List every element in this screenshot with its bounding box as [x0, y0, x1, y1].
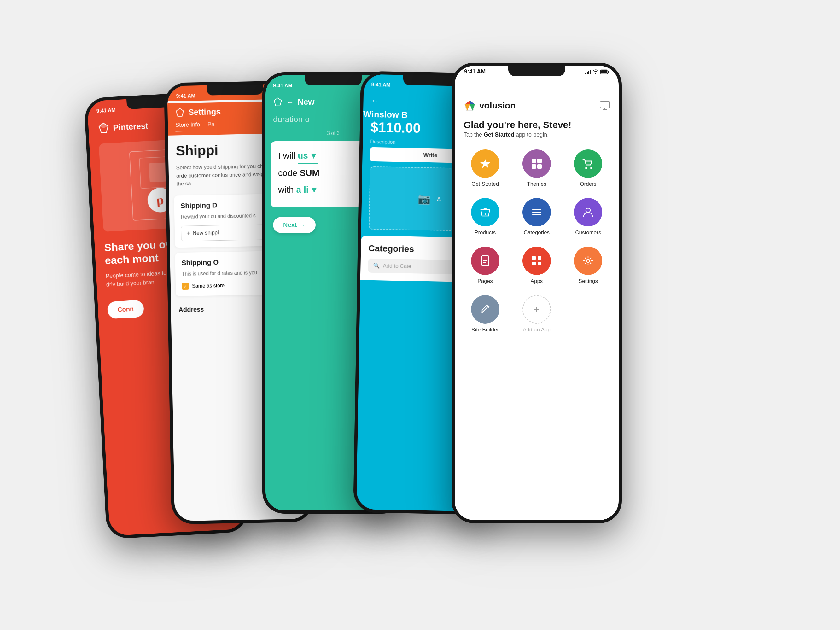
tab-store-info[interactable]: Store Info: [175, 122, 200, 131]
back-button[interactable]: ←: [371, 96, 378, 105]
status-icons: [585, 69, 609, 74]
app-item-pages[interactable]: Pages: [461, 243, 509, 288]
next-button[interactable]: Next →: [273, 217, 316, 233]
app-item-categories[interactable]: Categories: [512, 194, 561, 240]
customers-label: Customers: [575, 229, 601, 236]
camera-icon: 📷: [418, 193, 431, 205]
svg-rect-18: [532, 164, 536, 169]
svg-marker-9: [470, 104, 475, 111]
search-icon: 🔍: [373, 262, 380, 269]
svg-marker-1: [99, 123, 108, 128]
svg-rect-34: [532, 256, 536, 260]
svg-marker-15: [480, 159, 490, 168]
app-item-settings[interactable]: Settings: [564, 243, 613, 288]
volusion-logo: volusion: [464, 99, 516, 112]
tab-payments[interactable]: Pa: [207, 121, 215, 131]
gem-icon: [98, 122, 110, 134]
svg-point-21: [590, 167, 592, 169]
get-started-link[interactable]: Get Started: [484, 131, 514, 138]
svg-rect-12: [600, 101, 609, 108]
battery-icon: [600, 69, 609, 74]
app-item-customers[interactable]: Customers: [564, 194, 613, 240]
themes-icon: [523, 150, 551, 178]
app-item-products[interactable]: Products: [461, 194, 509, 240]
monitor-icon[interactable]: [600, 101, 610, 110]
apps-icon: [523, 246, 551, 275]
add-image-text: A: [437, 196, 441, 203]
signal-icon: [585, 69, 591, 74]
back-button[interactable]: ←: [286, 98, 294, 107]
svg-point-20: [585, 167, 587, 169]
site-builder-icon: [471, 295, 499, 324]
phone-notch: [207, 85, 264, 96]
svg-point-28: [532, 214, 534, 215]
volusion-gem-icon: [464, 99, 476, 112]
pinterest-connect-button[interactable]: Conn: [107, 300, 144, 319]
svg-point-26: [532, 209, 534, 210]
coupon-dropdown-2[interactable]: a li ▼: [297, 183, 319, 198]
svg-rect-36: [532, 262, 536, 265]
add-app-icon: +: [523, 295, 551, 324]
svg-rect-35: [538, 256, 542, 260]
pages-icon: [471, 246, 499, 275]
svg-point-29: [586, 208, 590, 213]
svg-rect-16: [532, 159, 536, 163]
orders-label: Orders: [580, 181, 596, 187]
wifi-icon: [592, 69, 599, 74]
orders-icon: [574, 150, 602, 178]
svg-marker-2: [176, 108, 184, 116]
app-item-get-started[interactable]: Get Started: [461, 146, 509, 191]
status-time: 9:41 AM: [464, 68, 486, 75]
phone-notch: [403, 75, 460, 86]
themes-label: Themes: [527, 181, 546, 187]
svg-rect-37: [538, 262, 542, 265]
volusion-header: volusion: [455, 94, 619, 117]
app-item-add-app[interactable]: + Add an App: [512, 291, 561, 337]
volusion-brand-text: volusion: [479, 101, 516, 111]
main-scene: 9:41 AM ●●● Pinterest: [73, 47, 767, 583]
apps-label: Apps: [531, 278, 543, 284]
coupon-title: New: [298, 97, 314, 107]
site-builder-label: Site Builder: [471, 327, 499, 333]
checkbox-checked[interactable]: ✓: [182, 283, 189, 289]
gem-icon: [273, 98, 283, 107]
status-time: 9:41 AM: [371, 82, 390, 88]
volusion-status-bar: 9:41 AM: [455, 68, 619, 75]
status-time: 9:41 AM: [176, 93, 195, 99]
svg-point-27: [532, 212, 534, 213]
pages-label: Pages: [478, 278, 493, 284]
phone-volusion: 9:41 AM: [455, 66, 619, 520]
svg-rect-17: [537, 159, 542, 163]
pinterest-app-title: Pinterest: [113, 121, 148, 133]
customers-icon: [574, 198, 602, 226]
svg-rect-19: [537, 164, 542, 169]
volusion-subtitle: Tap the Get Started app to begin.: [455, 131, 619, 146]
app-item-site-builder[interactable]: Site Builder: [461, 291, 509, 337]
app-item-orders[interactable]: Orders: [564, 146, 613, 191]
categories-icon: [523, 198, 551, 226]
get-started-icon: [471, 150, 499, 178]
status-time: 9:41 AM: [273, 83, 292, 88]
status-time: 9:41 AM: [96, 107, 116, 114]
app-item-apps[interactable]: Apps: [512, 243, 561, 288]
apps-grid: Get Started Themes: [455, 146, 619, 337]
svg-rect-5: [608, 71, 609, 73]
add-app-plus: +: [534, 304, 540, 315]
shipping-header-title: Settings: [188, 107, 221, 117]
gem-icon: [175, 107, 185, 117]
coupon-dropdown-1[interactable]: us ▼: [298, 149, 318, 164]
svg-marker-8: [465, 104, 470, 111]
products-label: Products: [475, 229, 496, 236]
app-item-themes[interactable]: Themes: [512, 146, 561, 191]
svg-point-38: [586, 259, 590, 262]
phone-notch: [305, 75, 362, 85]
settings-icon: [574, 246, 602, 275]
get-started-label: Get Started: [471, 181, 499, 187]
next-arrow: →: [299, 221, 306, 229]
volusion-screen: 9:41 AM: [455, 66, 619, 520]
add-app-label: Add an App: [523, 327, 551, 333]
categories-label: Categories: [524, 229, 549, 236]
svg-point-22: [485, 213, 486, 215]
volusion-greeting: Glad you're here, Steve!: [455, 117, 619, 131]
checkbox-label: Same as store: [192, 283, 224, 289]
